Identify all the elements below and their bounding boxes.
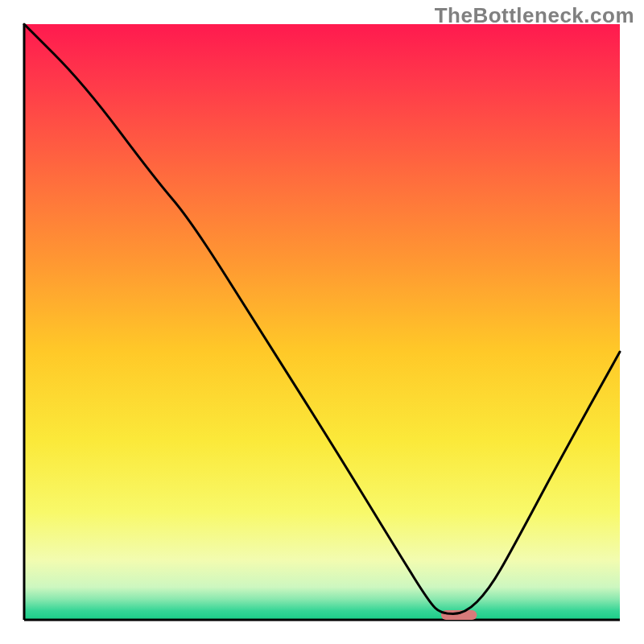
bottleneck-chart xyxy=(0,0,644,644)
watermark-text: TheBottleneck.com xyxy=(435,3,634,28)
chart-container: TheBottleneck.com xyxy=(0,0,644,644)
floor-marker xyxy=(441,610,477,620)
plot-background xyxy=(24,24,620,620)
